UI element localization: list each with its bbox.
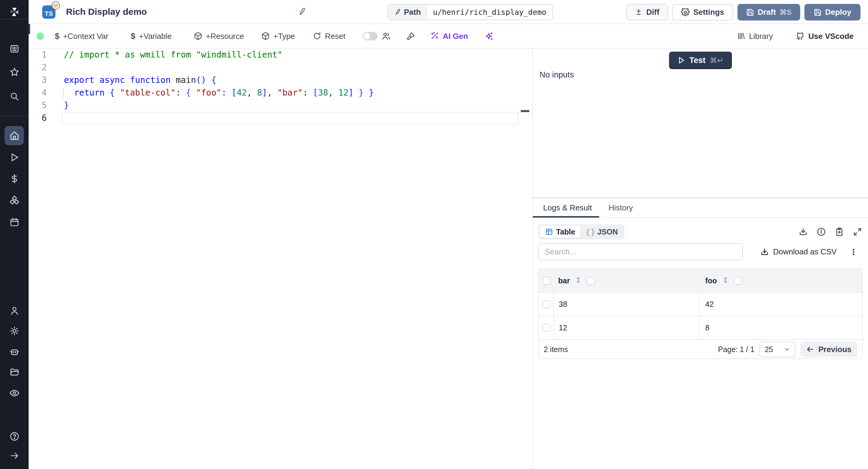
add-resource-button[interactable]: +Resource — [194, 31, 244, 41]
format-brush-icon[interactable] — [406, 32, 415, 41]
line-number: 5 — [29, 99, 47, 112]
sort-icon[interactable] — [575, 276, 582, 285]
page-title: Rich Display demo — [66, 7, 147, 17]
code-line — [64, 61, 520, 74]
no-inputs-text: No inputs — [539, 70, 574, 80]
sort-icon[interactable] — [722, 276, 729, 285]
row-checkbox[interactable] — [542, 324, 550, 332]
github-icon — [796, 32, 805, 41]
library-label: Library — [749, 31, 773, 41]
splitpane-handle[interactable] — [29, 24, 30, 34]
reset-label: Reset — [325, 31, 345, 41]
windmill-logo-icon[interactable] — [9, 7, 20, 17]
sparkles-icon[interactable] — [484, 32, 493, 41]
add-type-button[interactable]: +Type — [261, 31, 295, 41]
path-control[interactable]: Path u/henri/rich_display_demo — [388, 4, 553, 20]
draft-label: Draft — [758, 7, 776, 17]
test-button[interactable]: Test ⌘↵ — [669, 52, 732, 69]
expand-fullscreen-icon[interactable] — [853, 227, 862, 236]
help-icon[interactable] — [9, 431, 20, 442]
audit-eye-icon[interactable] — [9, 388, 20, 398]
row-checkbox[interactable] — [542, 300, 550, 308]
column-checkbox[interactable] — [734, 277, 742, 285]
variables-icon[interactable] — [9, 174, 20, 184]
table-icon — [545, 228, 553, 236]
library-icon — [737, 32, 745, 40]
code-editor[interactable]: 123456 // import * as wmill from "windmi… — [29, 49, 532, 469]
settings-label: Settings — [693, 7, 724, 17]
chevron-down-icon — [784, 346, 790, 352]
dollar-icon: $ — [131, 31, 135, 41]
toggle-switch[interactable] — [363, 32, 378, 40]
reset-button[interactable]: Reset — [313, 31, 345, 41]
page-info: Page: 1 / 1 — [718, 345, 754, 354]
column-header-foo[interactable]: foo — [705, 276, 717, 285]
table-row[interactable]: 3842 — [539, 292, 862, 316]
cell-foo: 42 — [700, 293, 862, 316]
previous-page-button[interactable]: Previous — [800, 342, 858, 357]
resources-icon[interactable] — [9, 195, 20, 206]
add-variable-label: +Variable — [139, 31, 172, 41]
code-line: // import * as wmill from "windmill-clie… — [64, 49, 520, 61]
line-number: 4 — [29, 87, 47, 99]
tab-history[interactable]: History — [609, 203, 633, 213]
sidebar-divider — [0, 116, 29, 117]
diff-button[interactable]: Diff — [626, 4, 668, 21]
use-vscode-label: Use VScode — [808, 31, 854, 41]
table-options-kebab-icon[interactable] — [849, 248, 858, 256]
json-braces-icon: { } — [586, 227, 594, 236]
toggle-off[interactable] — [363, 32, 378, 40]
workers-robot-icon[interactable] — [9, 347, 20, 357]
schedules-icon[interactable] — [9, 217, 20, 227]
play-icon — [677, 56, 685, 64]
result-tabs: Logs & Result History — [533, 198, 868, 218]
package-icon — [261, 32, 270, 40]
app-switcher-icon[interactable] — [9, 44, 20, 54]
search-icon[interactable] — [9, 91, 20, 101]
sidebar-divider — [0, 19, 29, 20]
select-all-checkbox[interactable] — [542, 277, 551, 285]
download-result-icon[interactable] — [799, 227, 808, 236]
use-vscode-button[interactable]: Use VScode — [796, 31, 854, 41]
ai-gen-label: AI Gen — [443, 31, 468, 41]
view-switcher: Table { } JSON — [538, 224, 624, 239]
view-json-option[interactable]: { } JSON — [581, 225, 623, 238]
page-size-value: 25 — [765, 345, 773, 354]
add-context-var-button[interactable]: $ +Context Var — [55, 31, 108, 41]
draft-button[interactable]: Draft ⌘S — [738, 4, 800, 21]
view-json-label: JSON — [597, 227, 618, 236]
add-resource-label: +Resource — [206, 31, 244, 41]
library-button[interactable]: Library — [737, 31, 773, 41]
deploy-button[interactable]: Deploy — [804, 4, 861, 21]
add-variable-button[interactable]: $ +Variable — [131, 31, 172, 41]
runs-icon[interactable] — [9, 152, 20, 162]
collaborators-icon[interactable] — [381, 32, 391, 41]
table-row[interactable]: 128 — [539, 316, 862, 339]
overview-ruler-cursor-mark — [521, 110, 529, 112]
favorites-star-icon[interactable] — [9, 67, 20, 77]
line-number: 2 — [29, 61, 47, 74]
edit-summary-pencil-icon[interactable] — [297, 7, 307, 17]
download-csv-button[interactable]: Download as CSV — [761, 247, 837, 256]
copy-to-clipboard-icon[interactable] — [835, 227, 844, 236]
folders-icon[interactable] — [9, 367, 20, 377]
path-edit-segment[interactable]: Path — [388, 4, 427, 20]
expand-sidebar-icon[interactable] — [9, 450, 20, 461]
user-icon[interactable] — [9, 306, 20, 316]
column-header-bar[interactable]: bar — [558, 276, 570, 285]
tab-logs-result[interactable]: Logs & Result — [543, 203, 592, 213]
arrow-left-icon — [806, 345, 814, 353]
column-checkbox[interactable] — [587, 277, 595, 285]
settings-gear-icon[interactable] — [9, 326, 20, 336]
settings-button[interactable]: Settings — [672, 4, 733, 21]
draft-shortcut: ⌘S — [779, 8, 792, 17]
test-label: Test — [689, 56, 706, 65]
ai-gen-button[interactable]: AI Gen — [430, 31, 468, 41]
home-icon[interactable] — [9, 130, 20, 141]
table-search-row: Download as CSV — [538, 243, 862, 260]
page-size-select[interactable]: 25 — [759, 342, 795, 357]
search-input[interactable] — [538, 243, 743, 260]
view-table-option[interactable]: Table — [539, 225, 581, 238]
info-icon[interactable] — [817, 227, 826, 236]
magic-wand-icon — [430, 32, 439, 41]
